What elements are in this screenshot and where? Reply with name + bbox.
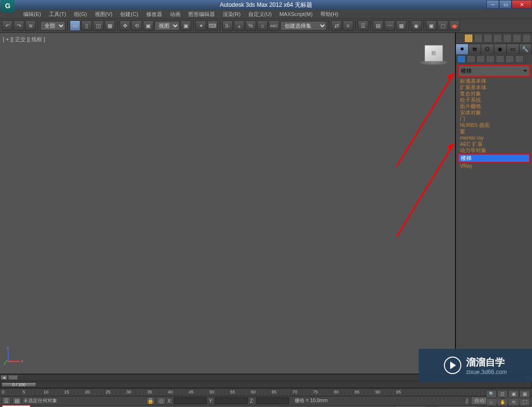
- y-input[interactable]: [215, 397, 248, 404]
- select-object-button[interactable]: ▭: [70, 20, 80, 31]
- menu-help[interactable]: 帮助(H): [317, 10, 342, 19]
- time-ruler[interactable]: 05101520253035404550556065707580859095: [0, 389, 532, 396]
- script-listener-icon[interactable]: ▤: [13, 397, 21, 405]
- zoom-extents-button[interactable]: ▣: [508, 390, 519, 398]
- menu-tools[interactable]: 工具(T): [45, 10, 70, 19]
- material-editor-button[interactable]: ◉: [411, 20, 422, 31]
- pan-button[interactable]: ✋: [497, 398, 508, 406]
- menu-group[interactable]: 组(G): [70, 10, 91, 19]
- edit-named-sel-button[interactable]: ABC: [269, 20, 279, 31]
- menu-view[interactable]: 视图(V): [91, 10, 117, 19]
- keyboard-button[interactable]: ⌨: [207, 20, 218, 31]
- manipulate-button[interactable]: ✦: [196, 20, 206, 31]
- render-setup-button[interactable]: ▣: [426, 20, 437, 31]
- zoom-button[interactable]: 🔍: [486, 390, 497, 398]
- select-name-button[interactable]: ▯: [81, 20, 92, 31]
- category-list-item[interactable]: 实体对象: [459, 110, 529, 116]
- mirror-button[interactable]: ⇄: [331, 20, 342, 31]
- create-tab[interactable]: ✹: [456, 44, 469, 54]
- z-input[interactable]: [256, 397, 289, 404]
- time-slider[interactable]: 0 / 100: [0, 381, 532, 388]
- category-list-item[interactable]: mental ray: [459, 135, 529, 141]
- utilities-tab[interactable]: 🔧: [519, 44, 532, 54]
- x-input[interactable]: [174, 397, 207, 404]
- motion-tab[interactable]: ◉: [494, 44, 507, 54]
- snap-toggle-button[interactable]: 3⌂: [222, 20, 233, 31]
- lights-subtab[interactable]: [476, 55, 485, 63]
- category-list-item[interactable]: AEC 扩展: [459, 141, 529, 147]
- fov-button[interactable]: ⟀: [486, 398, 497, 406]
- menu-maxscript[interactable]: MAXScript(M): [275, 10, 316, 18]
- cp-top-icon-6[interactable]: [513, 34, 521, 43]
- spinner-snap-button[interactable]: ⌂: [257, 20, 268, 31]
- layer-manager-button[interactable]: ☰: [358, 20, 368, 31]
- menu-graph[interactable]: 图形编辑器: [184, 10, 219, 19]
- select-region-button[interactable]: ◫: [93, 20, 104, 31]
- category-list-item[interactable]: 窗: [459, 128, 529, 135]
- menu-edit[interactable]: 编辑(E): [19, 10, 45, 19]
- menu-render[interactable]: 渲染(R): [219, 10, 244, 19]
- set-key-button[interactable]: 设置关键点: [395, 406, 426, 407]
- spacewarps-subtab[interactable]: [505, 55, 514, 63]
- category-list-item[interactable]: 复合对象: [459, 91, 529, 97]
- cameras-subtab[interactable]: [486, 55, 495, 63]
- viewcube[interactable]: 前: [419, 45, 448, 69]
- cp-top-icon-7[interactable]: [522, 34, 531, 43]
- schematic-button[interactable]: ▦: [396, 20, 407, 31]
- modify-tab[interactable]: 🛠: [469, 44, 481, 54]
- render-frame-button[interactable]: ▢: [438, 20, 448, 31]
- systems-subtab[interactable]: [515, 55, 524, 63]
- undo-button[interactable]: ↶: [2, 20, 13, 31]
- render-button[interactable]: 🫖: [449, 20, 460, 31]
- menu-animation[interactable]: 动画: [166, 10, 184, 19]
- link-button[interactable]: ≋: [25, 20, 36, 31]
- key-filter-button[interactable]: 关键点过滤器...: [438, 406, 478, 407]
- move-button[interactable]: ✥: [120, 20, 130, 31]
- selection-filter-select[interactable]: 全部: [40, 21, 65, 31]
- helpers-subtab[interactable]: [496, 55, 504, 63]
- zoom-all-button[interactable]: ⊡: [497, 390, 508, 398]
- app-icon[interactable]: G: [1, 0, 15, 13]
- cp-top-icon-2[interactable]: [474, 34, 483, 43]
- close-button[interactable]: ✕: [512, 0, 532, 9]
- isolate-icon[interactable]: ◇: [157, 397, 166, 405]
- minimize-button[interactable]: ─: [486, 0, 499, 9]
- category-list-item[interactable]: 扩展基本体: [459, 84, 529, 91]
- category-list-item[interactable]: 粒子系统: [459, 97, 529, 103]
- lock-icon[interactable]: ☰: [2, 397, 11, 405]
- use-center-button[interactable]: ▣: [181, 20, 191, 31]
- maximize-button[interactable]: ▭: [499, 0, 512, 9]
- hierarchy-tab[interactable]: ⌬: [481, 44, 494, 54]
- viewport[interactable]: [ + ][ 正交 ][ 线框 ] 前: [0, 33, 456, 374]
- category-list-item[interactable]: NURBS 曲面: [459, 122, 529, 128]
- lock-selection-icon[interactable]: 🔒: [146, 397, 155, 405]
- redo-button[interactable]: ↷: [14, 20, 24, 31]
- shapes-subtab[interactable]: [467, 55, 475, 63]
- zoom-extents-all-button[interactable]: ▦: [519, 390, 530, 398]
- menu-custom[interactable]: 自定义(U): [244, 10, 275, 19]
- orbit-button[interactable]: ⟲: [508, 398, 519, 406]
- angle-snap-button[interactable]: ⟁: [234, 20, 244, 31]
- align-button[interactable]: ≡: [343, 20, 353, 31]
- geometry-subtab[interactable]: [457, 55, 466, 63]
- percent-snap-button[interactable]: %: [245, 20, 256, 31]
- category-list-item[interactable]: 面片栅格: [459, 103, 529, 110]
- cp-top-icon-3[interactable]: [484, 34, 492, 43]
- category-list-item[interactable]: VRay: [459, 163, 529, 169]
- scale-button[interactable]: ▣: [143, 20, 153, 31]
- cp-top-icon-4[interactable]: [493, 34, 502, 43]
- rotate-button[interactable]: ⟲: [131, 20, 142, 31]
- maximize-viewport-button[interactable]: ⛶: [519, 398, 530, 406]
- ref-coord-select[interactable]: 视图: [154, 21, 180, 31]
- category-list-item[interactable]: 标准基本体: [459, 78, 529, 84]
- window-crossing-button[interactable]: ▦: [105, 20, 115, 31]
- category-list-item[interactable]: 动力学对象: [459, 147, 529, 154]
- category-list-item[interactable]: 楼梯: [458, 154, 530, 163]
- time-slider-knob[interactable]: 0 / 100: [1, 382, 36, 387]
- cp-top-icon-1[interactable]: [464, 34, 473, 43]
- curve-editor-button[interactable]: 〰: [384, 20, 395, 31]
- menu-create[interactable]: 创建(C): [116, 10, 142, 19]
- cp-top-icon-5[interactable]: [503, 34, 512, 43]
- viewport-label[interactable]: [ + ][ 正交 ][ 线框 ]: [3, 36, 45, 43]
- category-dropdown[interactable]: 楼梯: [458, 65, 530, 77]
